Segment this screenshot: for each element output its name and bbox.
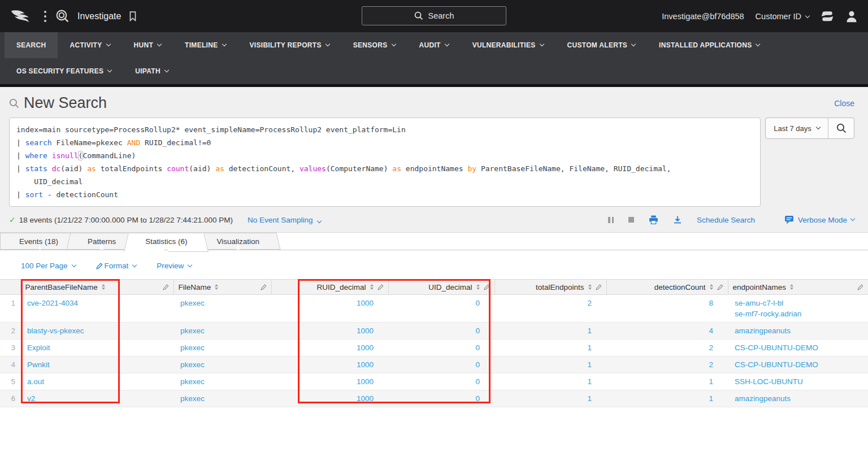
edit-column-pencil-icon[interactable] [596,284,602,290]
edit-column-pencil-icon[interactable] [377,284,384,290]
cell-detectioncount[interactable]: 8 [606,295,728,323]
tab-events-18[interactable]: Events (18) [0,233,77,250]
nav-item-vulnerabilities[interactable]: VULNERABILITIES [461,32,555,58]
bookmark-icon[interactable] [129,11,137,21]
global-search-input[interactable]: Search [362,6,506,25]
stop-icon[interactable] [628,217,634,223]
cell-parentbasefilename[interactable]: Pwnkit [20,356,173,373]
endpoint-name-link[interactable]: SSH-LOC-UBUNTU [735,376,861,387]
column-header-uid_decimal[interactable]: UID_decimal [388,280,494,295]
sort-icon[interactable] [476,284,480,290]
cell-uid-decimal[interactable]: 0 [388,340,494,356]
nav-item-hunt[interactable]: HUNT [122,32,173,58]
cell-detectioncount[interactable]: 2 [606,340,728,356]
cell-uid-decimal[interactable]: 0 [388,295,494,323]
cell-filename[interactable]: pkexec [173,373,271,390]
search-query-editor[interactable]: index=main sourcetype=ProcessRollup2* ev… [9,117,761,207]
cell-totalendpoints[interactable]: 1 [494,323,606,340]
cell-ruid-decimal[interactable]: 1000 [271,356,388,373]
cell-ruid-decimal[interactable]: 1000 [271,390,388,407]
cell-ruid-decimal[interactable]: 1000 [271,295,388,323]
cell-filename[interactable]: pkexec [173,390,271,407]
cell-uid-decimal[interactable]: 0 [388,356,494,373]
endpoint-name-link[interactable]: CS-CP-UBUNTU-DEMO [735,359,861,370]
column-header-parentbasefilename[interactable]: ParentBaseFileName [20,280,173,295]
sort-icon[interactable] [710,284,713,290]
cell-endpointnames[interactable]: amazingpeanuts [728,390,868,407]
cell-parentbasefilename[interactable]: cve-2021-4034 [20,295,173,323]
column-header-ruid_decimal[interactable]: RUID_decimal [271,280,388,295]
edit-column-pencil-icon[interactable] [163,284,169,290]
cell-endpointnames[interactable]: CS-CP-UBUNTU-DEMO [728,356,868,373]
sort-icon[interactable] [215,284,218,290]
cell-uid-decimal[interactable]: 0 [388,373,494,390]
column-header-filename[interactable]: FileName [173,280,271,295]
print-icon[interactable] [649,215,658,224]
user-profile-icon[interactable] [845,10,858,23]
schedule-search-link[interactable]: Schedule Search [697,216,755,224]
nav-item-os-security-features[interactable]: OS SECURITY FEATURES [5,58,123,84]
cell-detectioncount[interactable]: 1 [606,390,728,407]
nav-item-sensors[interactable]: SENSORS [341,32,407,58]
export-download-icon[interactable] [673,215,682,224]
nav-item-visibility-reports[interactable]: VISIBILITY REPORTS [238,32,341,58]
per-page-menu[interactable]: 100 Per Page [21,262,76,270]
nav-item-uipath[interactable]: UIPATH [123,58,180,84]
event-sampling-menu[interactable]: No Event Sampling [248,216,321,224]
cell-endpointnames[interactable]: CS-CP-UBUNTU-DEMO [728,340,868,356]
nav-item-activity[interactable]: ACTIVITY [58,32,121,58]
cell-detectioncount[interactable]: 1 [606,373,728,390]
cell-uid-decimal[interactable]: 0 [388,323,494,340]
customer-id-menu[interactable]: Customer ID [756,12,809,21]
cell-endpointnames[interactable]: amazingpeanuts [728,323,868,340]
edit-column-pencil-icon[interactable] [857,284,863,290]
cell-totalendpoints[interactable]: 1 [494,373,606,390]
cell-parentbasefilename[interactable]: v2 [20,390,173,407]
cell-filename[interactable]: pkexec [173,295,271,323]
run-search-button[interactable] [828,118,854,138]
cell-totalendpoints[interactable]: 1 [494,390,606,407]
cell-parentbasefilename[interactable]: a.out [20,373,173,390]
sort-icon[interactable] [102,284,105,290]
endpoint-name-link[interactable]: amazingpeanuts [735,325,861,336]
column-header-endpointnames[interactable]: endpointNames [728,280,868,295]
cell-detectioncount[interactable]: 4 [606,323,728,340]
nav-item-search[interactable]: SEARCH [5,32,58,58]
close-button[interactable]: Close [834,99,854,108]
nav-item-custom-alerts[interactable]: CUSTOM ALERTS [555,32,648,58]
column-header-detectioncount[interactable]: detectionCount [606,280,728,295]
cell-parentbasefilename[interactable]: Exploit [20,340,173,356]
cell-uid-decimal[interactable]: 0 [388,390,494,407]
nav-item-installed-applications[interactable]: INSTALLED APPLICATIONS [647,32,771,58]
endpoint-name-link[interactable]: amazingpeanuts [735,393,861,404]
cell-endpointnames[interactable]: SSH-LOC-UBUNTU [728,373,868,390]
edit-column-pencil-icon[interactable] [484,284,490,290]
format-menu[interactable]: Format [96,262,137,270]
cell-filename[interactable]: pkexec [173,340,271,356]
sort-icon[interactable] [588,284,592,290]
cell-filename[interactable]: pkexec [173,356,271,373]
cell-ruid-decimal[interactable]: 1000 [271,323,388,340]
nav-item-audit[interactable]: AUDIT [407,32,461,58]
endpoint-name-link[interactable]: se-mf7-rocky.adrian [735,308,861,319]
pause-icon[interactable] [608,217,614,223]
column-header-totalendpoints[interactable]: totalEndpoints [494,280,606,295]
cell-totalendpoints[interactable]: 1 [494,356,606,373]
cell-endpointnames[interactable]: se-amu-c7-l-blse-mf7-rocky.adrian [728,295,868,323]
cell-filename[interactable]: pkexec [173,323,271,340]
cell-ruid-decimal[interactable]: 1000 [271,373,388,390]
edit-column-pencil-icon[interactable] [261,284,267,290]
search-mode-menu[interactable]: Verbose Mode [784,215,854,224]
endpoint-name-link[interactable]: CS-CP-UBUNTU-DEMO [735,342,861,353]
endpoint-name-link[interactable]: se-amu-c7-l-bl [735,298,861,308]
cell-parentbasefilename[interactable]: blasty-vs-pkexec [20,323,173,340]
nav-item-timeline[interactable]: TIMELINE [173,32,237,58]
edit-column-pencil-icon[interactable] [717,284,723,290]
sort-icon[interactable] [790,284,793,290]
preview-menu[interactable]: Preview [157,262,192,270]
cell-totalendpoints[interactable]: 2 [494,295,606,323]
cell-totalendpoints[interactable]: 1 [494,340,606,356]
time-range-picker[interactable]: Last 7 days [766,118,828,138]
sort-icon[interactable] [370,284,374,290]
app-switcher-dots-icon[interactable] [43,11,47,22]
